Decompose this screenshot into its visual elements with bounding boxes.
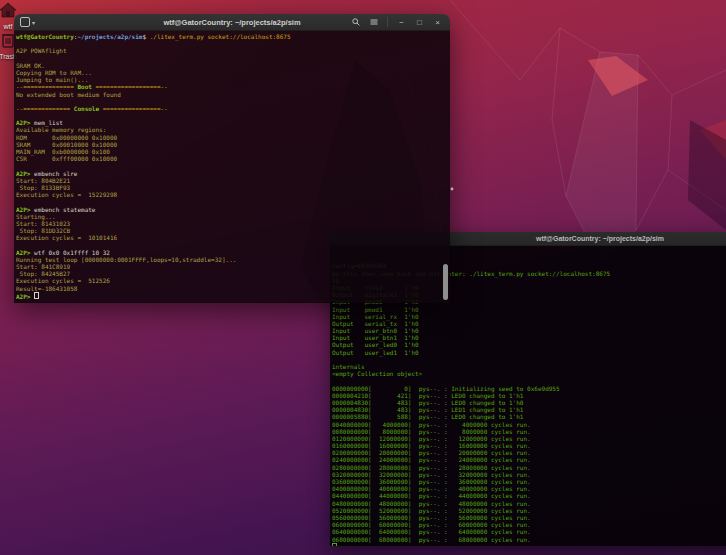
terminal-line: 0200000000[ 20000000] pys--. : 20000000 … (332, 449, 726, 456)
minimize-button[interactable]: − (397, 18, 406, 27)
terminal-line: Input user_btn1 1'h0 (332, 334, 726, 341)
titlebar-separator (387, 17, 388, 27)
terminal-line: 0240000000[ 24000000] pys--. : 24000000 … (332, 456, 726, 463)
terminal-line: 0640000000[ 64000000] pys--. : 64000000 … (332, 528, 726, 535)
terminal-line: A2P> embench slre (16, 170, 450, 177)
terminal-line: Output user_led1 1'h0 (332, 349, 726, 356)
terminal-line: A2P POWAflight (16, 47, 450, 54)
terminal-line: Result=-186431058 (16, 285, 450, 292)
terminal-line (16, 162, 450, 169)
terminal-line: 0000004830[ 483] pys--. : LED0 changed t… (332, 399, 726, 406)
terminal-line (16, 55, 450, 62)
terminal-line: SRAM OK. (16, 62, 450, 69)
text-cursor (332, 543, 337, 546)
terminal-line: 0360000000[ 36000000] pys--. : 36000000 … (332, 478, 726, 485)
terminal-body[interactable]: wtf@GatorCountry:~/projects/a2p/sim$ ./l… (14, 31, 450, 303)
terminal-line: 0680000000[ 68000000] pys--. : 68000000 … (332, 536, 726, 543)
terminal-line: Jumping to main()... (16, 76, 450, 83)
terminal-line: Execution cycles = 15229298 (16, 191, 450, 198)
desktop: { "colors":{ "g":"#86c31f","b":"#6f9fd8"… (0, 0, 726, 555)
terminal-line (16, 198, 450, 205)
terminal-line (332, 543, 726, 546)
home-icon (0, 2, 17, 18)
terminal-line: No extended boot medium found (16, 91, 450, 98)
terminal-line: 0560000000[ 56000000] pys--. : 56000000 … (332, 514, 726, 521)
terminal-line: 0000005880[ 588] pys--. : LED0 changed t… (332, 413, 726, 420)
terminal-line: Input serial_rx 1'h0 (332, 313, 726, 320)
menu-icon[interactable] (369, 18, 378, 27)
terminal-line (332, 356, 726, 363)
search-icon[interactable] (351, 18, 360, 27)
terminal-line: ROM 0x00000000 0x10000 (16, 134, 450, 141)
terminal-line: 0120000000[ 12000000] pys--. : 12000000 … (332, 435, 726, 442)
close-button[interactable]: × (433, 18, 442, 27)
terminal-line: Execution cycles = 10101416 (16, 234, 450, 241)
terminal-line: MAIN_RAM 0xb0000000 0x100 (16, 148, 450, 155)
terminal-line: 0400000000[ 40000000] pys--. : 40000000 … (332, 485, 726, 492)
terminal-line: --============= Console ================… (16, 105, 450, 112)
terminal-line: 0600000000[ 60000000] pys--. : 60000000 … (332, 521, 726, 528)
terminal-line: 0480000000[ 48000000] pys--. : 48000000 … (332, 500, 726, 507)
terminal-line: Running test loop [00000000:0001FFFF,loo… (16, 256, 450, 263)
terminal-line: 0440000000[ 44000000] pys--. : 44000000 … (332, 492, 726, 499)
terminal-line: 0280000000[ 28000000] pys--. : 28000000 … (332, 464, 726, 471)
terminal-line: SRAM 0x00010000 0x10000 (16, 141, 450, 148)
terminal-line: 0000000000[ 0] pys--. : Initializing see… (332, 385, 726, 392)
new-tab-icon[interactable] (20, 17, 30, 27)
scrollbar-thumb[interactable] (443, 264, 448, 300)
terminal-line: A2P> embench statemate (16, 206, 450, 213)
terminal-line (16, 98, 450, 105)
terminal-line: Start: 81431023 (16, 220, 450, 227)
terminal-line: Stop: 81DD32CB (16, 227, 450, 234)
terminal-line: 0160000000[ 16000000] pys--. : 16000000 … (332, 442, 726, 449)
terminal-line (16, 40, 450, 47)
terminal-line: <empty Collection object> (332, 370, 726, 377)
terminal-line: A2P> mem_list (16, 119, 450, 126)
terminal-line: Stop: 84245B27 (16, 270, 450, 277)
text-cursor (34, 292, 39, 300)
terminal-line: Output serial_tx 1'h0 (332, 320, 726, 327)
terminal-line: Copying ROM to RAM... (16, 69, 450, 76)
chevron-down-icon[interactable]: ▾ (32, 19, 35, 26)
terminal-line: --============== Boot ==================… (16, 83, 450, 90)
terminal-line (332, 377, 726, 384)
terminal-line: Input user_btn0 1'h0 (332, 327, 726, 334)
terminal-line: CSR 0xfff00000 0x10000 (16, 155, 450, 162)
terminal-line: 0000004210[ 421] pys--. : LED0 changed t… (332, 392, 726, 399)
terminal-line: 0000004830[ 483] pys--. : LED1 changed t… (332, 406, 726, 413)
terminal-line: 0040000000[ 4000000] pys--. : 4000000 cy… (332, 421, 726, 428)
wallpaper-star-dot (451, 188, 454, 191)
terminal-line: Input pmod1 1'h0 (332, 306, 726, 313)
terminal-line: Execution cycles = 512526 (16, 277, 450, 284)
terminal-line: Stop: 8133BF93 (16, 184, 450, 191)
maximize-button[interactable]: □ (415, 18, 424, 27)
terminal-line: internals (332, 363, 726, 370)
terminal-line: 0320000000[ 32000000] pys--. : 32000000 … (332, 471, 726, 478)
terminal-line (16, 112, 450, 119)
terminal-line: 0080000000[ 8000000] pys--. : 8000000 cy… (332, 428, 726, 435)
terminal-line: Start: 841C8919 (16, 263, 450, 270)
terminal-line: 0520000000[ 52000000] pys--. : 52000000 … (332, 507, 726, 514)
terminal-line: Available memory regions: (16, 126, 450, 133)
terminal-line: Starting... (16, 213, 450, 220)
titlebar[interactable]: ▾ wtf@GatorCountry: ~/projects/a2p/sim −… (14, 14, 450, 31)
terminal-line: Start: 804B2E21 (16, 177, 450, 184)
terminal-output: wtf@GatorCountry:~/projects/a2p/sim$ ./l… (14, 31, 450, 299)
terminal-line: A2P> (16, 292, 450, 299)
terminal-line: A2P> wtf 0x0 0x1ffff 10 32 (16, 249, 450, 256)
terminal-line: wtf@GatorCountry:~/projects/a2p/sim$ ./l… (16, 33, 450, 40)
terminal-line: Output user_led0 1'h0 (332, 341, 726, 348)
terminal-line (16, 241, 450, 248)
terminal-window-foreground[interactable]: ▾ wtf@GatorCountry: ~/projects/a2p/sim −… (14, 14, 450, 302)
